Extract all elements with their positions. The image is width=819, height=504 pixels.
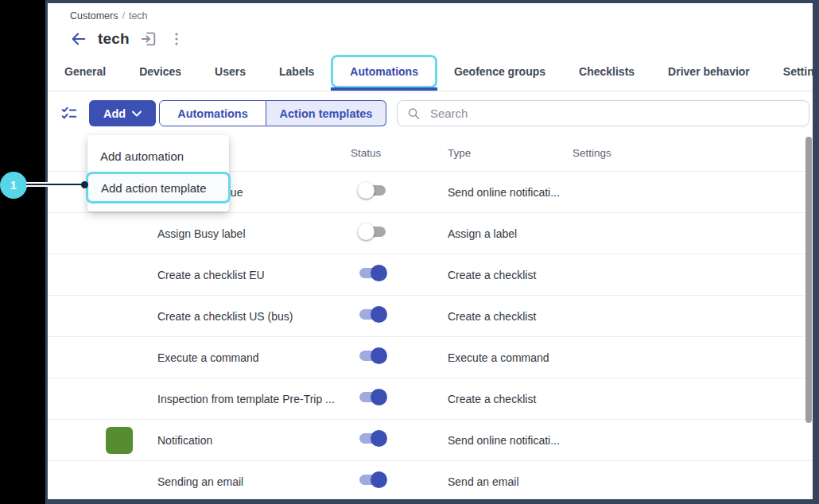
name-cell: Inspection from template Pre-Trip ... xyxy=(48,386,351,413)
menu-item-add-action-template[interactable]: Add action template xyxy=(86,172,231,204)
automation-type: Send an email xyxy=(448,475,573,488)
tab-devices[interactable]: Devices xyxy=(122,52,198,91)
tab-automations[interactable]: Automations xyxy=(331,55,437,88)
header-status: Status xyxy=(351,147,448,159)
status-toggle[interactable] xyxy=(358,471,387,488)
breadcrumb-separator: / xyxy=(122,10,124,21)
view-toggle: Automations Action templates xyxy=(159,100,386,126)
name-cell: Sending an email xyxy=(48,468,351,495)
page-title: tech xyxy=(98,30,130,48)
header-type: Type xyxy=(448,147,573,159)
table-row[interactable]: Create a checklist EU Create a checklist xyxy=(48,254,813,296)
table-row[interactable]: Execute a command Execute a command xyxy=(48,337,813,378)
view-toggle-automations[interactable]: Automations xyxy=(159,100,266,126)
table-row[interactable]: Inspection from template Pre-Trip ... Cr… xyxy=(48,378,813,420)
tab-driver-behavior[interactable]: Driver behavior xyxy=(651,52,767,91)
automation-type: Send online notificati... xyxy=(448,186,573,199)
automation-name: Execute a command xyxy=(157,351,259,364)
automation-type: Assign a label xyxy=(448,227,573,240)
add-dropdown-menu: Add automation Add action template xyxy=(87,135,229,211)
breadcrumb: Customers/tech xyxy=(70,10,813,21)
breadcrumb-parent[interactable]: Customers xyxy=(70,10,118,21)
tab-bar: General Devices Users Labels Automations… xyxy=(48,52,813,91)
name-cell: Notification xyxy=(48,427,351,454)
search-icon xyxy=(407,107,421,121)
back-arrow-icon[interactable] xyxy=(70,30,87,48)
table-row[interactable]: Assign Busy label Assign a label xyxy=(48,213,813,254)
automation-type: Create a checklist xyxy=(448,310,573,323)
table-row[interactable]: Create a checklist US (bus) Create a che… xyxy=(48,296,813,337)
toolbar: Add Automations Action templates xyxy=(48,91,813,135)
breadcrumb-current: tech xyxy=(129,10,148,21)
name-cell: Create a checklist US (bus) xyxy=(48,303,351,330)
automation-color-icon xyxy=(106,427,133,454)
automation-type: Execute a command xyxy=(448,351,573,364)
search-input[interactable] xyxy=(429,106,799,121)
table-body: Maintenance due Send online notificati..… xyxy=(48,172,813,499)
search-box[interactable] xyxy=(397,100,809,126)
kebab-menu-icon[interactable] xyxy=(168,30,185,48)
tab-users[interactable]: Users xyxy=(198,52,262,91)
status-cell xyxy=(351,389,448,409)
tab-labels[interactable]: Labels xyxy=(262,52,331,91)
annotation-step-badge: 1 xyxy=(0,172,27,199)
open-in-account-icon[interactable] xyxy=(140,30,157,48)
status-toggle[interactable] xyxy=(358,430,387,447)
automation-type: Send online notificati... xyxy=(448,434,573,447)
name-cell: Assign Busy label xyxy=(48,220,351,247)
automation-name: Create a checklist US (bus) xyxy=(157,310,293,323)
topbar: Customers/tech tech xyxy=(48,3,813,52)
status-toggle[interactable] xyxy=(358,223,387,240)
header-settings: Settings xyxy=(573,147,813,159)
status-cell xyxy=(351,223,448,243)
status-toggle[interactable] xyxy=(358,182,387,199)
automation-name: Sending an email xyxy=(157,475,243,488)
tab-geofence-groups[interactable]: Geofence groups xyxy=(437,52,562,91)
table-row[interactable]: Notification Send online notificati... xyxy=(48,420,813,461)
add-button[interactable]: Add xyxy=(89,100,156,126)
checklist-rule-icon[interactable] xyxy=(60,105,78,122)
screenshot-canvas: Customers/tech tech General xyxy=(0,0,819,504)
automation-name: Assign Busy label xyxy=(157,227,246,240)
status-cell xyxy=(351,306,448,326)
tab-settings[interactable]: Settings xyxy=(767,52,813,91)
tab-checklists[interactable]: Checklists xyxy=(562,52,651,91)
automation-type: Create a checklist xyxy=(448,269,573,281)
name-cell: Create a checklist EU xyxy=(48,262,351,289)
status-cell xyxy=(351,182,448,202)
status-toggle[interactable] xyxy=(358,306,387,323)
automation-name: Notification xyxy=(157,434,212,447)
annotation-connector-line xyxy=(26,182,83,187)
vertical-scrollbar[interactable] xyxy=(805,137,812,423)
status-cell xyxy=(351,347,448,367)
window-frame: Customers/tech tech General xyxy=(45,0,819,504)
menu-item-add-automation[interactable]: Add automation xyxy=(87,142,229,170)
title-row: tech xyxy=(70,28,813,50)
status-cell xyxy=(351,430,448,450)
status-cell xyxy=(351,471,448,491)
tab-general[interactable]: General xyxy=(48,52,122,91)
annotation-connector-dot xyxy=(81,181,88,188)
automation-name: Inspection from template Pre-Trip ... xyxy=(157,393,335,405)
automation-type: Create a checklist xyxy=(448,393,573,405)
automation-name: Create a checklist EU xyxy=(157,269,265,281)
status-toggle[interactable] xyxy=(358,389,387,405)
app-window: Customers/tech tech General xyxy=(48,3,813,499)
status-toggle[interactable] xyxy=(358,265,387,281)
view-toggle-action-templates[interactable]: Action templates xyxy=(266,100,386,126)
name-cell: Execute a command xyxy=(48,344,351,371)
table-row[interactable]: Sending an email Send an email xyxy=(48,461,813,499)
add-button-label: Add xyxy=(103,107,126,120)
chevron-down-icon xyxy=(132,110,142,117)
status-toggle[interactable] xyxy=(358,347,387,364)
status-cell xyxy=(351,265,448,285)
